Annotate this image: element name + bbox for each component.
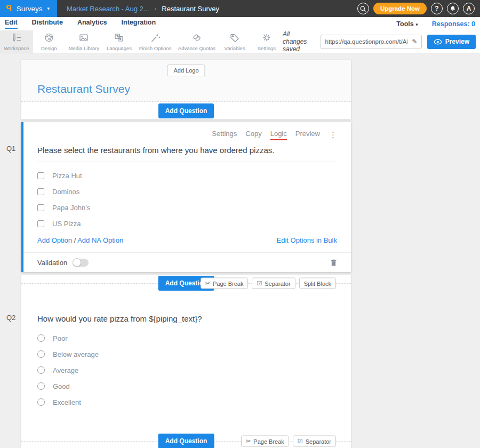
q1-menu-item[interactable]: Preview — [295, 130, 320, 140]
toolbar-item-media-library[interactable]: Media Library — [65, 30, 103, 53]
translate-icon — [114, 33, 124, 43]
nav-tab[interactable]: Integration — [122, 19, 156, 29]
search-icon — [359, 5, 366, 12]
checkbox-icon[interactable] — [37, 188, 44, 195]
tools-menu[interactable]: Tools ▾ — [396, 20, 418, 28]
checkbox-icon[interactable] — [37, 204, 44, 211]
option-label[interactable]: Excellent — [53, 398, 81, 406]
validation-toggle[interactable] — [73, 259, 89, 267]
edit-options-bulk-link[interactable]: Edit Options in Bulk — [277, 236, 337, 244]
radio-icon[interactable] — [37, 382, 45, 390]
add-question-band-top: Add Question — [21, 101, 351, 119]
page-break-icon: ✂ — [205, 280, 210, 287]
radio-icon[interactable] — [37, 366, 45, 374]
insert-band-middle: Add Question ✂Page Break ☑Separator Spli… — [21, 275, 351, 292]
checkbox-option-row[interactable]: Papa John's — [37, 199, 337, 215]
toolbar-item-finish-options[interactable]: Finish Options — [135, 30, 175, 53]
upgrade-now-button[interactable]: Upgrade Now — [373, 3, 427, 14]
q1-menu-item[interactable]: Settings — [212, 130, 237, 140]
survey-header: Add Logo Restaurant Survey — [21, 60, 351, 101]
q1-menu-item[interactable]: Logic — [270, 130, 287, 140]
q1-option-links: Add Option / Add NA Option Edit Options … — [37, 236, 337, 244]
palette-icon — [44, 33, 54, 43]
toolbar-item-design[interactable]: Design — [33, 30, 65, 53]
nav-tab[interactable]: Edit — [5, 19, 18, 29]
option-label[interactable]: US Pizza — [52, 220, 81, 228]
split-block-button[interactable]: Split Block — [299, 278, 336, 289]
toolbar-item-variables[interactable]: Variables — [219, 30, 251, 53]
page-break-button[interactable]: ✂Page Break — [201, 278, 249, 289]
survey-url-input[interactable] — [321, 38, 409, 45]
page-break-icon: ✂ — [246, 438, 251, 445]
radio-icon[interactable] — [37, 334, 45, 342]
slash-separator: / — [74, 236, 76, 244]
separator-button[interactable]: ☑Separator — [252, 278, 295, 289]
workspace-icon — [11, 33, 22, 43]
q2-question-text[interactable]: How would you rate pizza from ${piping_t… — [37, 292, 335, 323]
toolbar-item-workspace[interactable]: Workspace — [0, 30, 33, 53]
q1-menu-items: SettingsCopyLogicPreview — [212, 130, 320, 140]
separator-button[interactable]: ☑Separator — [293, 436, 336, 447]
save-status: All changes saved — [283, 30, 315, 53]
image-icon — [78, 33, 89, 43]
toolbar-item-settings[interactable]: Settings — [251, 30, 283, 53]
radio-option-row[interactable]: Below average — [37, 346, 335, 362]
page-break-button[interactable]: ✂Page Break — [241, 436, 289, 447]
bell-icon — [450, 5, 456, 12]
nav-tab[interactable]: Analytics — [77, 19, 107, 29]
account-avatar[interactable]: A — [463, 3, 475, 14]
radio-icon[interactable] — [37, 398, 45, 406]
radio-option-row[interactable]: Excellent — [37, 394, 335, 410]
search-button[interactable] — [357, 3, 369, 14]
delete-question-button[interactable] — [330, 259, 337, 267]
section-nav: EditDistributeAnalyticsIntegration Tools… — [0, 17, 480, 30]
kebab-menu-icon[interactable]: ⋮ — [329, 130, 337, 140]
checkbox-icon[interactable] — [37, 220, 44, 227]
option-label[interactable]: Average — [53, 366, 78, 374]
breadcrumb-separator-icon: › — [155, 5, 157, 12]
option-label[interactable]: Papa John's — [52, 204, 90, 212]
checkbox-option-row[interactable]: Dominos — [37, 183, 337, 199]
q1-action-menu: SettingsCopyLogicPreview ⋮ — [37, 122, 337, 140]
question-number-q1: Q1 — [6, 145, 15, 153]
survey-canvas: Add Logo Restaurant Survey Add Question … — [21, 60, 351, 448]
breadcrumb-folder[interactable]: Market Research - Aug 2... — [67, 5, 149, 13]
separator-icon: ☑ — [298, 438, 303, 445]
tag-icon — [229, 33, 240, 43]
option-label[interactable]: Poor — [53, 334, 67, 342]
toolbar-item-languages[interactable]: Languages — [103, 30, 136, 53]
add-question-button-top[interactable]: Add Question — [158, 103, 214, 118]
option-label[interactable]: Pizza Hut — [52, 172, 82, 180]
option-label[interactable]: Dominos — [52, 188, 79, 196]
nav-tab[interactable]: Distribute — [32, 19, 63, 29]
radio-option-row[interactable]: Poor — [37, 330, 335, 346]
checkbox-option-row[interactable]: US Pizza — [37, 215, 337, 231]
add-option-link[interactable]: Add Option — [37, 236, 72, 244]
add-logo-button[interactable]: Add Logo — [167, 65, 205, 76]
insert-buttons-bottom: ✂Page Break ☑Separator — [241, 436, 336, 447]
trash-icon — [330, 259, 337, 267]
breadcrumb-current: Restaurant Survey — [162, 5, 219, 13]
survey-title[interactable]: Restaurant Survey — [37, 83, 130, 95]
responses-count[interactable]: Responses: 0 — [432, 20, 475, 28]
checkbox-icon[interactable] — [37, 172, 44, 179]
toolbar-right: All changes saved ✎ Preview — [283, 30, 480, 53]
toolbar-item-advance-quotas[interactable]: Advance Quotas — [175, 30, 219, 53]
q1-menu-item[interactable]: Copy — [245, 130, 261, 140]
add-na-option-link[interactable]: Add NA Option — [77, 236, 123, 244]
separator-icon: ☑ — [257, 280, 262, 287]
option-label[interactable]: Good — [53, 382, 70, 390]
help-button[interactable]: ? — [431, 3, 443, 14]
notifications-button[interactable] — [447, 3, 459, 14]
radio-option-row[interactable]: Good — [37, 378, 335, 394]
surveys-menu[interactable]: P Surveys ▾ — [0, 0, 57, 17]
add-question-button-bottom[interactable]: Add Question — [158, 434, 214, 448]
edit-url-icon[interactable]: ✎ — [409, 38, 421, 45]
chain-link-icon — [191, 33, 202, 43]
checkbox-option-row[interactable]: Pizza Hut — [37, 167, 337, 183]
radio-option-row[interactable]: Average — [37, 362, 335, 378]
radio-icon[interactable] — [37, 350, 45, 358]
q1-question-text[interactable]: Please select the restaurants from where… — [37, 146, 337, 162]
preview-button[interactable]: Preview — [427, 35, 476, 49]
option-label[interactable]: Below average — [53, 350, 99, 358]
